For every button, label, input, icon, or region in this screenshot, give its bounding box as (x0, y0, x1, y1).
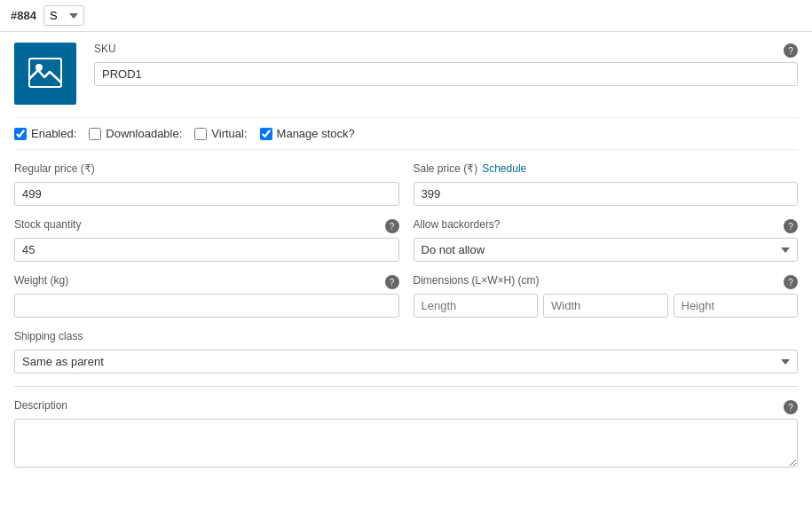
image-icon (28, 58, 62, 90)
manage-stock-label[interactable]: Manage stock? (277, 127, 355, 140)
virtual-label[interactable]: Virtual: (211, 127, 247, 140)
manage-stock-checkbox[interactable] (260, 128, 272, 140)
dimensions-help-icon[interactable]: ? (784, 275, 798, 289)
allow-backorders-select[interactable]: Do not allow Allow, but notify customer … (414, 238, 799, 262)
weight-label: Weight (kg) (14, 274, 68, 287)
shipping-class-select[interactable]: Same as parent No shipping class (14, 350, 798, 374)
dimensions-length-input[interactable] (414, 294, 539, 318)
schedule-link[interactable]: Schedule (482, 162, 526, 175)
stock-quantity-input[interactable] (14, 238, 399, 262)
enabled-checkbox[interactable] (14, 128, 27, 140)
regular-price-label: Regular price (₹) (14, 162, 95, 175)
allow-backorders-help-icon[interactable]: ? (784, 219, 798, 233)
description-textarea[interactable] (14, 419, 798, 468)
virtual-checkbox[interactable] (194, 128, 207, 140)
sku-label: SKU (94, 43, 116, 55)
sale-price-input[interactable] (414, 182, 799, 206)
allow-backorders-label: Allow backorders? (414, 218, 501, 231)
top-bar: #884 S M L XL (0, 0, 812, 32)
sku-input[interactable] (94, 62, 798, 86)
sku-help-icon[interactable]: ? (784, 43, 798, 58)
weight-help-icon[interactable]: ? (385, 275, 399, 289)
stock-quantity-label: Stock quantity (14, 218, 81, 231)
sale-price-label: Sale price (₹) Schedule (414, 162, 527, 175)
enabled-label[interactable]: Enabled: (31, 127, 76, 140)
dimensions-width-input[interactable] (543, 294, 668, 318)
shipping-class-label: Shipping class (14, 330, 83, 342)
product-image-box[interactable] (14, 43, 76, 105)
downloadable-label[interactable]: Downloadable: (106, 127, 182, 140)
weight-input[interactable] (14, 294, 399, 318)
variant-id: #884 (11, 9, 36, 22)
variant-select[interactable]: S M L XL (43, 5, 84, 26)
stock-quantity-help-icon[interactable]: ? (385, 219, 399, 233)
description-help-icon[interactable]: ? (784, 400, 798, 414)
regular-price-input[interactable] (14, 182, 399, 206)
checkbox-row: Enabled: Downloadable: Virtual: Manage s… (14, 117, 798, 150)
description-label: Description (14, 399, 67, 412)
dimensions-label: Dimensions (L×W×H) (cm) (414, 274, 540, 287)
dimensions-height-input[interactable] (674, 294, 799, 318)
downloadable-checkbox[interactable] (89, 128, 101, 140)
